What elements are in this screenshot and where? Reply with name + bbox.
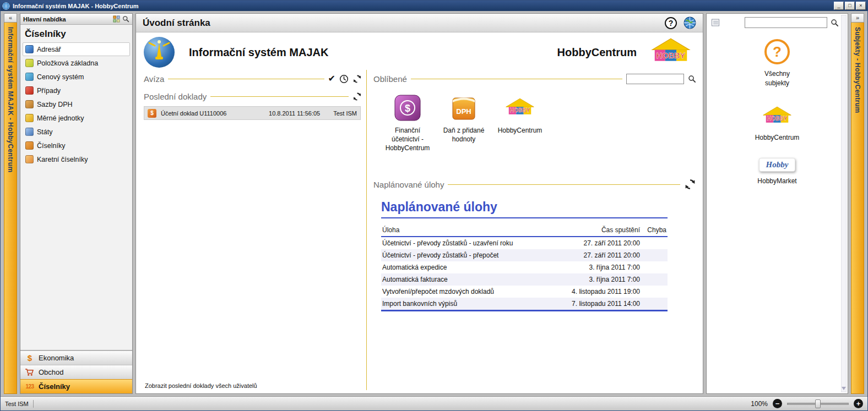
group-label: Obchod	[39, 368, 64, 376]
task-row: Automatická fakturace 3. října 2011 7:00	[381, 273, 668, 286]
subjects-search-icon[interactable]	[831, 19, 839, 27]
grid-view-icon[interactable]	[113, 15, 120, 23]
task-row: Import bankovních výpisů 7. listopadu 20…	[381, 298, 668, 311]
favorites-search-input[interactable]	[626, 74, 684, 84]
refresh-aviza-icon[interactable]	[352, 74, 362, 84]
menu-search-icon[interactable]	[122, 15, 129, 23]
group-obchod[interactable]: Obchod	[20, 365, 132, 379]
window-title: Informační systém MAJAK - HobbyCentrum	[13, 3, 139, 9]
group-ekonomika[interactable]: $ Ekonomika	[20, 350, 132, 365]
favorite-financial-accounting[interactable]: $ Finanční účetnictví - HobbyCentrum	[380, 93, 435, 153]
task-name: Účetnictví - převody zůstatků - přepočet	[381, 249, 558, 261]
all-subjects-icon: ?	[764, 39, 790, 64]
help-icon[interactable]: ?	[665, 17, 677, 29]
svg-text:HOBBY: HOBBY	[510, 107, 530, 113]
subjects-search-input[interactable]	[745, 17, 827, 28]
subjects-scrollbar[interactable]	[841, 15, 847, 392]
menu-section-title: Číselníky	[20, 25, 132, 42]
collapse-left-button[interactable]: «	[4, 13, 17, 23]
group-label: Ekonomika	[39, 354, 74, 362]
task-name: Automatická expedice	[381, 261, 558, 273]
refresh-tasks-icon[interactable]	[684, 178, 696, 190]
document-icon: $	[148, 109, 156, 118]
sidebar-item-polozkova-zakladna[interactable]: Položková základna	[23, 56, 130, 70]
favorite-dph[interactable]: DPH Daň z přidané hodnoty	[436, 93, 491, 144]
app-globe-icon	[2, 2, 10, 10]
staty-icon	[25, 128, 34, 136]
favorites-search-icon[interactable]	[688, 75, 696, 83]
sidebar-item-label: Státy	[37, 128, 53, 136]
sidebar-item-merne-jednotky[interactable]: Měrné jednotky	[23, 111, 130, 125]
task-row: Vytvoření/přepočet mzdových dokladů 4. l…	[381, 286, 668, 298]
main-header: Úvodní stránka ?	[136, 14, 703, 32]
favorite-label: HobbyCentrum	[498, 126, 542, 135]
right-strip-background[interactable]: Subjekty - HobbyCentrum	[851, 23, 864, 394]
scrollbar-down-arrow[interactable]	[842, 387, 846, 390]
cart-icon	[25, 368, 35, 376]
financial-accounting-icon: $	[393, 93, 422, 123]
task-error	[641, 261, 668, 273]
check-icon[interactable]: ✔	[328, 74, 335, 83]
main-menu-header: Hlavní nabídka	[20, 14, 132, 25]
close-button[interactable]: ×	[856, 2, 866, 10]
svg-text:HOBBY: HOBBY	[767, 116, 788, 122]
subject-hobbymarket[interactable]: Hobby HobbyMarket	[757, 158, 796, 186]
hobbymarket-logo: Hobby	[759, 158, 795, 172]
subject-label: Všechny subjekty	[760, 69, 794, 89]
menu-groups: $ Ekonomika Obchod 123 Číselníky	[20, 350, 132, 393]
hobby-logo: HOBBY	[649, 37, 693, 67]
clock-icon[interactable]	[339, 74, 349, 84]
left-strip-background[interactable]: Informační systém MAJAK - HobbyCentrum	[4, 23, 17, 394]
section-divider	[411, 79, 622, 79]
sidebar-item-ciselniky[interactable]: Číselníky	[23, 139, 130, 152]
sidebar-item-label: Případy	[37, 87, 61, 95]
refresh-documents-icon[interactable]	[352, 92, 362, 101]
sidebar-item-adresar[interactable]: Adresář	[23, 42, 130, 56]
sidebar-item-pripady[interactable]: Případy	[23, 84, 130, 97]
column-header-task: Úloha	[381, 224, 558, 237]
window-controls: _ □ ×	[834, 2, 866, 10]
zoom-in-button[interactable]: +	[854, 399, 863, 408]
sidebar-item-cenovy-system[interactable]: Cenový systém	[23, 70, 130, 84]
zoom-out-button[interactable]: −	[773, 399, 782, 408]
statusbar-separator	[33, 400, 34, 408]
maximize-button[interactable]: □	[845, 2, 855, 10]
sidebar-item-sazby-dph[interactable]: Sazby DPH	[23, 97, 130, 111]
collapse-right-button[interactable]: »	[851, 13, 864, 23]
task-time: 3. října 2011 7:00	[558, 261, 641, 273]
subject-label: HobbyCentrum	[755, 133, 800, 143]
globe-icon[interactable]	[683, 17, 696, 29]
scheduled-tasks-section-header: Naplánované úlohy	[373, 176, 696, 193]
right-column: Oblíbené $ Finanční účetnictví - Hobb	[367, 70, 696, 390]
statusbar: Test ISM 100% − +	[1, 396, 867, 410]
zoom-level: 100%	[751, 400, 768, 408]
hobbycentrum-icon: HOBBY	[505, 93, 535, 123]
group-ciselniky[interactable]: 123 Číselníky	[20, 379, 132, 393]
list-view-icon[interactable]	[711, 18, 720, 27]
recent-documents-label: Poslední doklady	[144, 92, 207, 101]
task-error	[641, 298, 668, 311]
subject-all[interactable]: ? Všechny subjekty	[760, 39, 794, 89]
favorite-hobbycentrum[interactable]: HOBBY HobbyCentrum	[492, 93, 547, 135]
polozkova-zakladna-icon	[25, 59, 34, 67]
scheduled-tasks-report: Naplánované úlohy Úloha Čas spuštění Chy…	[373, 193, 696, 311]
task-name: Účetnictví - převody zůstatků - uzavření…	[381, 237, 558, 249]
task-time: 27. září 2011 20:00	[558, 249, 641, 261]
subject-hobbycentrum[interactable]: HOBBY HobbyCentrum	[755, 104, 800, 143]
task-row: Automatická expedice 3. října 2011 7:00	[381, 261, 668, 273]
task-error	[641, 237, 668, 249]
task-time: 7. listopadu 2011 14:00	[558, 298, 641, 311]
show-all-documents-link[interactable]: Zobrazit poslední doklady všech uživatel…	[144, 378, 362, 390]
pripady-icon	[25, 86, 34, 95]
sidebar-item-karetni-ciselniky[interactable]: Karetní číselníky	[23, 152, 130, 166]
zoom-slider-thumb[interactable]	[815, 399, 821, 408]
recent-document-row[interactable]: $ Účetní doklad U1110006 10.8.2011 11:56…	[144, 106, 361, 120]
favorite-label: Daň z přidané hodnoty	[440, 126, 487, 144]
sidebar-item-label: Karetní číselníky	[37, 156, 88, 163]
zoom-slider[interactable]	[787, 399, 849, 409]
sidebar-item-staty[interactable]: Státy	[23, 125, 130, 139]
section-divider	[448, 184, 680, 185]
minimize-button[interactable]: _	[834, 2, 844, 10]
merne-jednotky-icon	[25, 114, 34, 122]
report-title: Naplánované úlohy	[381, 200, 668, 218]
